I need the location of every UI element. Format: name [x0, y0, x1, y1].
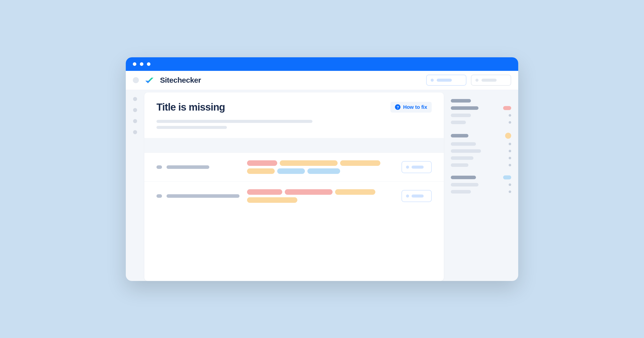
sidepanel-item[interactable] — [451, 133, 511, 139]
sidepanel-item[interactable] — [451, 121, 511, 124]
placeholder-label — [412, 166, 424, 169]
nav-item[interactable] — [133, 108, 137, 112]
sidepanel-sublabel — [451, 149, 481, 153]
sidepanel-sublabel — [451, 114, 471, 117]
count-dot — [509, 150, 511, 152]
how-to-fix-label: How to fix — [403, 104, 427, 110]
placeholder-icon — [475, 79, 478, 82]
placeholder-label — [412, 195, 424, 198]
sidepanel-item[interactable] — [451, 190, 511, 194]
sidepanel-item[interactable] — [451, 114, 511, 117]
row-indicator — [156, 194, 162, 198]
sidepanel-label — [451, 134, 468, 137]
card-title-row: Title is missing ? How to fix — [156, 102, 432, 113]
sidepanel-label — [451, 106, 478, 110]
count-dot — [509, 190, 511, 193]
description-placeholder — [156, 120, 312, 123]
sidepanel-group — [451, 175, 511, 194]
sidepanel-group — [451, 133, 511, 167]
nav-item[interactable] — [133, 119, 137, 123]
sitechecker-logo-icon — [144, 75, 154, 85]
app-window: Sitechecker Title is missing — [126, 57, 518, 281]
issue-row — [144, 181, 444, 210]
sidepanel-label — [451, 176, 476, 179]
side-panel — [451, 90, 511, 281]
row-url-placeholder — [167, 194, 239, 198]
row-tags — [247, 160, 396, 174]
tag — [340, 160, 380, 166]
placeholder-icon — [406, 195, 409, 198]
filter-bar — [144, 138, 444, 153]
nav-item[interactable] — [133, 97, 137, 101]
placeholder-label — [481, 79, 497, 82]
placeholder-label — [437, 79, 452, 82]
count-dot — [509, 164, 511, 166]
sidepanel-label — [451, 99, 471, 103]
app-body: Title is missing ? How to fix — [126, 90, 518, 281]
window-control-maximize[interactable] — [147, 62, 150, 66]
count-dot — [509, 157, 511, 159]
app-header: Sitechecker — [126, 71, 518, 90]
brand-name: Sitechecker — [160, 76, 201, 84]
window-control-minimize[interactable] — [140, 62, 143, 66]
main-area: Title is missing ? How to fix — [144, 90, 518, 281]
nav-item[interactable] — [133, 130, 137, 134]
sidepanel-item[interactable] — [451, 175, 511, 179]
window-titlebar — [126, 57, 518, 71]
window-control-close[interactable] — [133, 62, 136, 66]
tag — [285, 189, 333, 195]
header-actions — [426, 75, 511, 86]
left-nav — [126, 90, 144, 281]
issue-title: Title is missing — [156, 102, 225, 113]
row-info — [156, 194, 242, 198]
header-button-primary[interactable] — [426, 75, 466, 86]
status-badge-info — [503, 175, 511, 179]
count-dot — [509, 143, 511, 145]
tag — [247, 189, 282, 195]
sidepanel-item[interactable] — [451, 106, 511, 110]
sidepanel-group — [451, 99, 511, 124]
tag — [307, 168, 340, 174]
placeholder-icon — [406, 166, 409, 169]
tag — [247, 160, 277, 166]
issue-card: Title is missing ? How to fix — [144, 92, 444, 281]
row-indicator — [156, 165, 162, 169]
row-tags — [247, 189, 396, 203]
row-info — [156, 165, 242, 169]
sidepanel-sublabel — [451, 142, 476, 146]
count-dot — [509, 114, 511, 117]
status-badge-critical — [503, 106, 511, 110]
placeholder-icon — [431, 79, 434, 82]
tag — [247, 168, 275, 174]
sidepanel-item[interactable] — [451, 149, 511, 153]
menu-toggle[interactable] — [133, 77, 139, 83]
sidepanel-sublabel — [451, 121, 466, 124]
sidepanel-sublabel — [451, 156, 473, 160]
sidepanel-item[interactable] — [451, 142, 511, 146]
row-action-button[interactable] — [401, 161, 432, 173]
description-placeholder — [156, 126, 227, 129]
sidepanel-item[interactable] — [451, 99, 511, 103]
sidepanel-item[interactable] — [451, 156, 511, 160]
tag — [277, 168, 305, 174]
status-badge-warning — [505, 133, 511, 139]
sidepanel-item[interactable] — [451, 163, 511, 167]
tag — [335, 189, 375, 195]
question-circle-icon: ? — [395, 104, 400, 110]
row-url-placeholder — [167, 165, 209, 169]
sidepanel-sublabel — [451, 163, 468, 167]
card-header: Title is missing ? How to fix — [144, 92, 444, 138]
how-to-fix-button[interactable]: ? How to fix — [390, 102, 432, 113]
row-action-button[interactable] — [401, 190, 432, 202]
tag — [280, 160, 338, 166]
issue-row — [144, 153, 444, 181]
sidepanel-sublabel — [451, 183, 478, 186]
count-dot — [509, 183, 511, 186]
sidepanel-sublabel — [451, 190, 471, 194]
count-dot — [509, 121, 511, 124]
header-button-secondary[interactable] — [471, 75, 511, 86]
sidepanel-item[interactable] — [451, 183, 511, 186]
tag — [247, 197, 297, 203]
